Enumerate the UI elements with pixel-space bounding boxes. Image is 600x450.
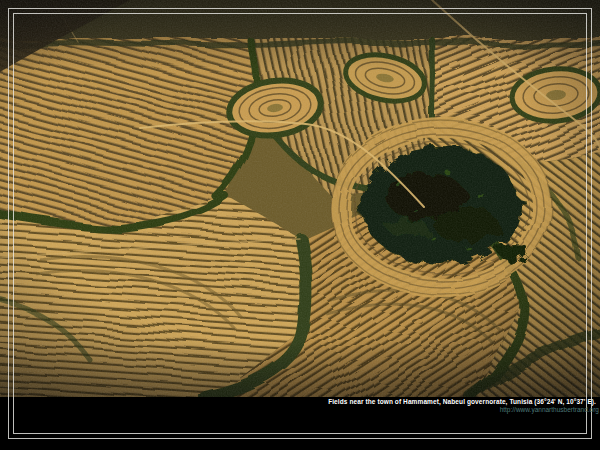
field-photo-illustration [0, 0, 600, 397]
caption-block: Fields near the town of Hammamet, Nabeul… [36, 398, 596, 413]
film-grain [0, 0, 600, 397]
aerial-photo [0, 0, 600, 397]
photo-caption: Fields near the town of Hammamet, Nabeul… [36, 398, 596, 405]
photo-credit-url[interactable]: http://www.yannarthusbertrand.org [36, 406, 599, 413]
photo-viewer: Fields near the town of Hammamet, Nabeul… [0, 0, 600, 450]
